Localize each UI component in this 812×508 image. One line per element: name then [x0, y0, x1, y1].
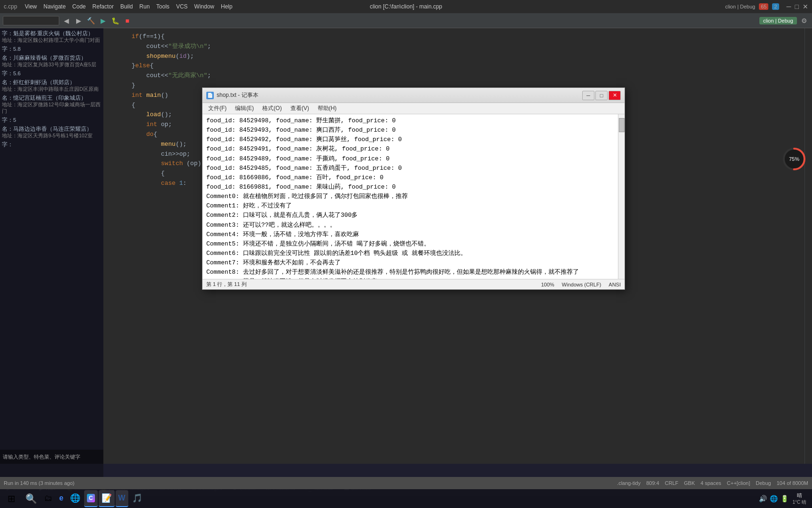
line-ending[interactable]: CRLF [665, 480, 679, 486]
cpu-progress: 75% [781, 146, 807, 172]
notepad-line: Comment8: 去过好多回了，对于想要清淡鲜美滋补的还是很推荐，特别是竹荪鸭… [206, 268, 614, 277]
window-title: clion [C:\fan\clion] - main.cpp [370, 3, 442, 10]
ide-titlebar: c.cpp View Navigate Code Refactor Build … [0, 0, 812, 13]
toolbar-run-btn[interactable]: ▶ [98, 16, 108, 26]
notepad-minimize-btn[interactable]: ─ [582, 91, 594, 100]
menu-help[interactable]: Help [221, 3, 233, 10]
debug-config[interactable]: clion | Debug [725, 4, 755, 9]
start-button[interactable]: ⊞ [2, 490, 21, 507]
ide-statusbar: Run in 140 ms (3 minutes ago) .clang-tid… [0, 477, 812, 489]
taskbar-media[interactable]: 🎵 [129, 490, 145, 507]
notepad-status-right: 100% Windows (CRLF) ANSI [541, 282, 621, 287]
input-hint-label: 请输入类型、特色菜、评论关键字 [3, 453, 80, 460]
toolbar-debug-btn[interactable]: 🐛 [110, 16, 120, 26]
system-tray: 🔊 🌐 🔋 [759, 495, 789, 502]
notepad-scrollbar[interactable] [618, 114, 625, 279]
notepad-menu-edit[interactable]: 编辑(E) [231, 103, 258, 113]
notepad-line: food_id: 84529489, food_name: 手撕鸡, food_… [206, 154, 614, 164]
notepad-menu-help[interactable]: 帮助(H) [314, 103, 341, 113]
notepad-menu-format[interactable]: 格式(O) [258, 103, 285, 113]
toolbar-stop-btn[interactable]: ■ [122, 16, 133, 26]
notepad-text-area[interactable]: food_id: 84529498, food_name: 野生菌拼, food… [203, 114, 618, 279]
notepad-close-btn[interactable]: ✕ [609, 91, 621, 100]
notepad-line: food_id: 81669886, food_name: 百叶, food_p… [206, 173, 614, 183]
taskbar-explorer[interactable]: 🗂 [41, 490, 55, 507]
maximize-btn[interactable]: □ [795, 3, 799, 10]
menu-navigate[interactable]: Navigate [43, 3, 65, 10]
indent-status[interactable]: 4 spaces [701, 480, 721, 486]
taskbar-word[interactable]: W [116, 490, 128, 507]
notepad-line: food_id: 84529485, food_name: 五香鸡蛋干, foo… [206, 164, 614, 173]
taskbar-edge[interactable]: e [56, 490, 66, 507]
menu-build[interactable]: Build [120, 3, 133, 10]
ide-toolbar: ◀ ▶ 🔨 ▶ 🐛 ■ clion | Debug ⚙ [0, 13, 812, 28]
search-input[interactable] [3, 16, 59, 25]
titlebar-right: clion | Debug 65 2 ─ □ ✕ [725, 3, 808, 10]
edge-icon: e [59, 494, 63, 502]
notepad-cursor-pos: 第 1 行，第 11 列 [206, 281, 247, 288]
menu-window[interactable]: Window [194, 3, 214, 10]
memory-usage: 104 of 8000M [777, 480, 808, 486]
notepad-window-controls: ─ □ ✕ [582, 91, 621, 100]
media-icon: 🎵 [132, 493, 142, 503]
notepad-titlebar[interactable]: 📄 shop.txt - 记事本 ─ □ ✕ [203, 88, 625, 103]
network-icon[interactable]: 🌐 [770, 495, 778, 502]
shop-list-panel: 字：魁是雾都·重庆火锅（魏公村店） 地址：海淀区魏公村路理工大学小南门对面 字：… [0, 28, 103, 480]
notepad-maximize-btn[interactable]: □ [595, 91, 608, 100]
taskbar-right-area: 🔊 🌐 🔋 晴 1°C 晴 [759, 492, 810, 505]
clion-icon: C [87, 494, 95, 502]
notepad-menu-file[interactable]: 文件(F) [204, 103, 230, 113]
menu-vcs[interactable]: VCS [176, 3, 188, 10]
notepad-title: shop.txt - 记事本 [217, 91, 582, 99]
minimize-btn[interactable]: ─ [787, 3, 791, 10]
language-status[interactable]: C++[clion] [727, 480, 750, 486]
notepad-line: food_id: 84529491, food_name: 灰树花, food_… [206, 144, 614, 154]
battery-icon[interactable]: 🔋 [781, 495, 789, 502]
notepad-body: food_id: 84529498, food_name: 野生菌拼, food… [203, 114, 625, 279]
menu-tools[interactable]: Tools [156, 3, 170, 10]
menu-code[interactable]: Code [72, 3, 86, 10]
list-item: 字： [2, 141, 102, 148]
notepad-line: Comment4: 环境一般，汤不错，没地方停车，喜欢吃麻 [206, 230, 614, 239]
menu-bar: View Navigate Code Refactor Build Run To… [25, 3, 233, 10]
list-item: 字：5 [2, 117, 102, 124]
menu-view[interactable]: View [25, 3, 37, 10]
notepad-window: 📄 shop.txt - 记事本 ─ □ ✕ 文件(F) 编辑(E) 格式(O)… [202, 87, 625, 290]
code-line: cout<<"无此商家\n"; [103, 71, 804, 81]
toolbar-settings-btn[interactable]: ⚙ [799, 16, 809, 26]
notepad-line: food_id: 81669881, food_name: 果味山药, food… [206, 183, 614, 192]
toolbar-back-btn[interactable]: ◀ [61, 16, 71, 26]
volume-icon[interactable]: 🔊 [759, 495, 767, 502]
notepad-line: Comment1: 好吃，不过没有了 [206, 201, 614, 211]
toolbar-build-btn[interactable]: 🔨 [86, 16, 96, 26]
editor-scrollbar[interactable] [804, 28, 812, 464]
taskbar-notepad[interactable]: 📝 [99, 490, 115, 507]
clock-display[interactable]: 晴 1°C 晴 [792, 492, 806, 505]
notepad-line: Comment3: 还可以??吧，就这么样吧。。。。 [206, 221, 614, 230]
encoding-status[interactable]: GBK [684, 480, 695, 486]
code-line: }else{ [103, 61, 804, 71]
menu-refactor[interactable]: Refactor [93, 3, 114, 10]
debug-config-btn[interactable]: clion | Debug [759, 17, 797, 24]
notepad-line: food_id: 84529493, food_name: 爽口西芹, food… [206, 126, 614, 135]
list-item: 字：5.8 [2, 46, 102, 53]
code-line: if(f==1){ [103, 32, 804, 42]
taskbar-clion[interactable]: C [84, 490, 98, 507]
list-item: 名：憶记宫廷楠煎王（印象城店） 地址：海淀区罗微路12号印象城商场一层西门 [2, 95, 102, 115]
cursor-position[interactable]: 809:4 [646, 480, 659, 486]
debug-mode[interactable]: Debug [756, 480, 771, 486]
list-item: 字：5.6 [2, 70, 102, 77]
clock-time: 晴 [792, 492, 806, 499]
close-btn[interactable]: ✕ [803, 3, 808, 10]
menu-run[interactable]: Run [140, 3, 150, 10]
chrome-icon: 🌐 [70, 493, 80, 503]
taskbar-chrome[interactable]: 🌐 [67, 490, 83, 507]
notepad-menu-view[interactable]: 查看(V) [287, 103, 313, 113]
notepad-menubar: 文件(F) 编辑(E) 格式(O) 查看(V) 帮助(H) [203, 103, 625, 114]
linter-status[interactable]: .clang-tidy [617, 480, 640, 486]
search-button[interactable]: 🔍 [22, 490, 40, 507]
notepad-scroll-thumb[interactable] [619, 118, 625, 132]
notepad-line: Comment2: 口味可以，就是有点儿贵，俩人花了300多 [206, 211, 614, 220]
toolbar-forward-btn[interactable]: ▶ [73, 16, 84, 26]
notepad-app-icon: 📄 [206, 92, 214, 99]
